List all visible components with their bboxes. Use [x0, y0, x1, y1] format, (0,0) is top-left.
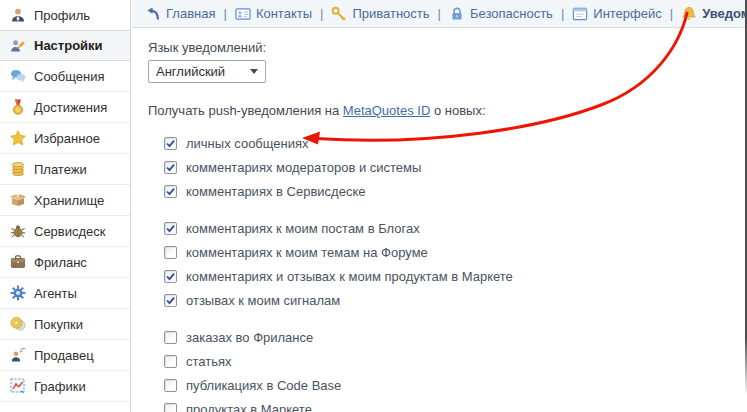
nav-separator: |	[223, 6, 226, 21]
metaquotes-id-link[interactable]: MetaQuotes ID	[343, 103, 430, 118]
checkbox-label[interactable]: комментариях и отзывах к моим продуктам …	[186, 269, 513, 284]
bell-icon	[681, 6, 697, 22]
checkbox-label[interactable]: комментариях в Сервисдеске	[186, 184, 365, 199]
checkbox-checked[interactable]	[164, 270, 177, 283]
notification-group: личных сообщенияхкомментариях модераторо…	[164, 131, 747, 203]
sidebar-item-payments[interactable]: Платежи	[0, 154, 130, 185]
checkbox-label[interactable]: личных сообщениях	[186, 136, 309, 151]
language-select[interactable]: Английский	[148, 60, 266, 83]
notifications-panel: Язык уведомлений: Английский Получать pu…	[132, 28, 747, 412]
agents-icon	[10, 285, 26, 301]
charts-icon	[10, 378, 26, 394]
payments-icon	[10, 161, 26, 177]
notification-option-row: публикациях в Code Base	[164, 373, 747, 397]
contacts-icon	[235, 6, 251, 22]
favorites-icon	[10, 130, 26, 146]
checkbox-unchecked[interactable]	[164, 403, 177, 412]
checkbox-label[interactable]: комментариях модераторов и системы	[186, 160, 421, 175]
tab-label: Интерфейс	[593, 6, 661, 21]
lock-icon	[449, 6, 465, 22]
notification-option-row: комментариях в Сервисдеске	[164, 179, 747, 203]
notification-option-row: комментариях и отзывах к моим продуктам …	[164, 264, 747, 288]
sidebar-item-label: Покупки	[34, 317, 83, 332]
checkbox-label[interactable]: комментариях к моим темам на Форуме	[186, 245, 428, 260]
sidebar-item-label: Продавец	[34, 348, 94, 363]
sidebar-item-agents[interactable]: Агенты	[0, 278, 130, 309]
settings-icon	[10, 38, 26, 54]
push-notifications-label: Получать push-уведомления на MetaQuotes …	[148, 103, 747, 118]
tab-notifications[interactable]: Уведомления	[681, 6, 747, 22]
sidebar-item-label: Сообщения	[34, 69, 105, 84]
notification-option-row: отзывах к моим сигналам	[164, 288, 747, 312]
sidebar-item-label: Сервисдеск	[34, 224, 106, 239]
checkbox-unchecked[interactable]	[164, 331, 177, 344]
checkbox-unchecked[interactable]	[164, 355, 177, 368]
content-area: Главная|Контакты|Приватность|Безопасност…	[132, 0, 747, 412]
notification-groups: личных сообщенияхкомментариях модераторо…	[164, 131, 747, 412]
push-text-suffix: о новых:	[430, 103, 485, 118]
sidebar-item-charts[interactable]: Графики	[0, 371, 130, 402]
sidebar-item-seller[interactable]: Продавец	[0, 340, 130, 371]
key-icon	[331, 6, 347, 22]
sidebar-item-achievements[interactable]: Достижения	[0, 92, 130, 123]
settings-page: ПрофильНастройкиСообщенияДостиженияИзбра…	[0, 0, 747, 412]
messages-icon	[10, 68, 26, 84]
checkbox-checked[interactable]	[164, 161, 177, 174]
checkbox-unchecked[interactable]	[164, 246, 177, 259]
checkbox-label[interactable]: публикациях в Code Base	[186, 378, 341, 393]
tab-interface[interactable]: Интерфейс	[572, 6, 661, 22]
sidebar-item-label: Профиль	[34, 8, 90, 23]
notification-option-row: статьях	[164, 349, 747, 373]
notification-group: заказах во Фрилансестатьяхпубликациях в …	[164, 325, 747, 412]
language-select-value: Английский	[156, 64, 225, 79]
notification-option-row: комментариях к моим темам на Форуме	[164, 240, 747, 264]
push-text-prefix: Получать push-уведомления на	[148, 103, 343, 118]
nav-separator: |	[438, 6, 441, 21]
sidebar-item-messages[interactable]: Сообщения	[0, 61, 130, 92]
servicedesk-icon	[10, 223, 26, 239]
checkbox-unchecked[interactable]	[164, 379, 177, 392]
sidebar-item-purchases[interactable]: Покупки	[0, 309, 130, 340]
checkbox-label[interactable]: комментариях к моим постам в Блогах	[186, 221, 420, 236]
checkbox-label[interactable]: заказах во Фрилансе	[186, 330, 313, 345]
freelance-icon	[10, 254, 26, 270]
notification-option-row: комментариях модераторов и системы	[164, 155, 747, 179]
checkbox-checked[interactable]	[164, 137, 177, 150]
tab-label: Контакты	[256, 6, 312, 21]
nav-separator: |	[320, 6, 323, 21]
nav-separator: |	[670, 6, 673, 21]
sidebar-item-label: Агенты	[34, 286, 77, 301]
sidebar-item-label: Настройки	[34, 38, 103, 53]
language-label: Язык уведомлений:	[148, 40, 747, 55]
sidebar-item-favorites[interactable]: Избранное	[0, 123, 130, 154]
sidebar-item-servicedesk[interactable]: Сервисдеск	[0, 216, 130, 247]
sidebar: ПрофильНастройкиСообщенияДостиженияИзбра…	[0, 0, 131, 412]
checkbox-checked[interactable]	[164, 294, 177, 307]
notification-option-row: личных сообщениях	[164, 131, 747, 155]
sidebar-item-label: Фриланс	[34, 255, 87, 270]
tab-privacy[interactable]: Приватность	[331, 6, 429, 22]
sidebar-item-freelance[interactable]: Фриланс	[0, 247, 130, 278]
interface-icon	[572, 6, 588, 22]
checkbox-checked[interactable]	[164, 185, 177, 198]
checkbox-label[interactable]: статьях	[186, 354, 232, 369]
sidebar-item-settings[interactable]: Настройки	[0, 30, 130, 61]
tab-contacts[interactable]: Контакты	[235, 6, 312, 22]
checkbox-label[interactable]: отзывах к моим сигналам	[186, 293, 340, 308]
tab-security[interactable]: Безопасность	[449, 6, 553, 22]
sidebar-item-label: Графики	[34, 379, 86, 394]
seller-icon	[10, 347, 26, 363]
sidebar-item-label: Хранилище	[34, 193, 104, 208]
sidebar-item-label: Достижения	[34, 100, 107, 115]
notification-group: комментариях к моим постам в Блогахкомме…	[164, 216, 747, 312]
sidebar-item-storage[interactable]: Хранилище	[0, 185, 130, 216]
sidebar-item-profile[interactable]: Профиль	[0, 0, 130, 31]
sidebar-item-label: Избранное	[34, 131, 100, 146]
purchases-icon	[10, 316, 26, 332]
checkbox-checked[interactable]	[164, 222, 177, 235]
checkbox-label[interactable]: продуктах в Маркете	[186, 402, 312, 412]
tab-home[interactable]: Главная	[145, 6, 215, 22]
nav-separator: |	[561, 6, 564, 21]
chevron-down-icon	[250, 69, 258, 74]
home-arrow-icon	[145, 6, 161, 22]
